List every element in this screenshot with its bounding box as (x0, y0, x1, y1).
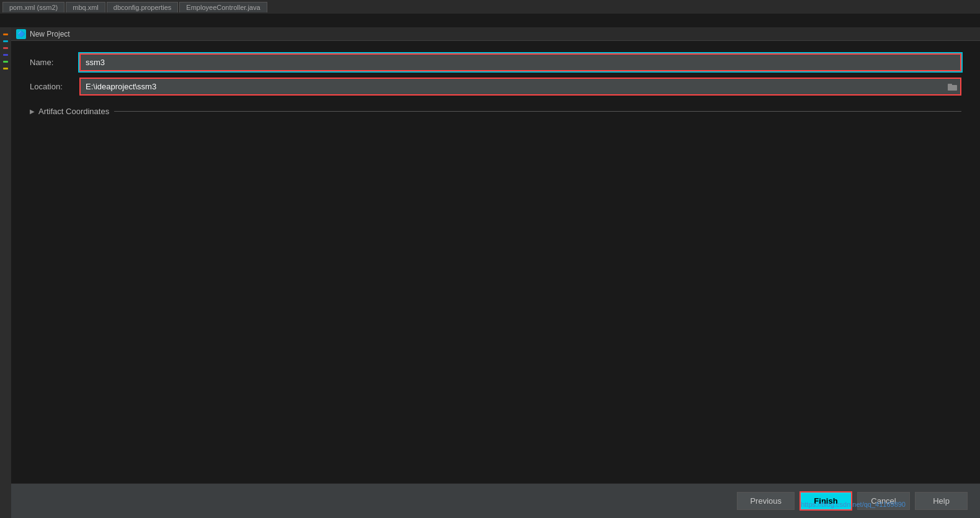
sidebar-marker-5 (3, 61, 8, 63)
tab-employee-controller[interactable]: EmployeeController.java (179, 2, 267, 12)
dialog-body: Name: Location: ▶ Artifact (11, 41, 980, 483)
dialog-title-bar: 🔷 New Project (11, 27, 980, 41)
artifact-coordinates-section: ▶ Artifact Coordinates (30, 107, 961, 116)
browse-folder-button[interactable] (945, 81, 960, 92)
main-content: 🔷 New Project Name: Location: (11, 27, 980, 518)
sidebar-marker-2 (3, 40, 8, 42)
sidebar-marker-3 (3, 47, 8, 49)
artifact-coordinates-label: Artifact Coordinates (38, 107, 109, 116)
artifact-coordinates-toggle[interactable]: ▶ Artifact Coordinates (30, 107, 109, 116)
dialog-title: New Project (30, 30, 70, 38)
location-label: Location: (30, 82, 79, 91)
content-area (30, 116, 961, 471)
artifact-arrow-icon: ▶ (30, 108, 35, 115)
left-sidebar (0, 27, 11, 518)
dialog-icon: 🔷 (16, 29, 26, 39)
name-input-wrapper (79, 53, 961, 71)
location-input[interactable] (79, 78, 961, 96)
help-button[interactable]: Help (915, 492, 968, 510)
tab-mbq[interactable]: mbq.xml (66, 2, 105, 12)
name-input[interactable] (79, 53, 961, 71)
tab-dbconfig[interactable]: dbconfig.properties (107, 2, 179, 12)
previous-button[interactable]: Previous (737, 492, 795, 510)
location-input-wrapper (79, 78, 961, 96)
sidebar-marker-6 (3, 68, 8, 69)
watermark-link[interactable]: https://blog.csdn.net/qq_41169890 (801, 501, 906, 508)
name-row: Name: (30, 53, 961, 71)
sidebar-marker-4 (3, 54, 8, 56)
location-row: Location: (30, 78, 961, 96)
name-label: Name: (30, 58, 79, 67)
tabs-bar: pom.xml (ssm2) mbq.xml dbconfig.properti… (0, 0, 980, 14)
artifact-divider (114, 111, 961, 112)
svg-rect-1 (948, 84, 952, 86)
sidebar-marker-1 (3, 33, 8, 35)
tab-pom-ssm2[interactable]: pom.xml (ssm2) (2, 2, 65, 12)
